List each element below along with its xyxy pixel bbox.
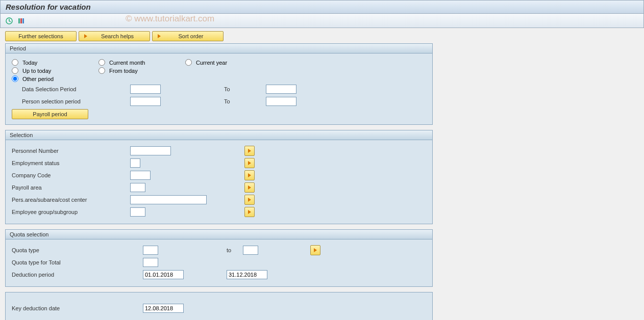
to-label-2: To [214,98,265,104]
quota-type-to-input[interactable] [243,246,258,255]
radio-from-today[interactable]: From today [98,67,185,74]
company-code-label: Company Code [12,172,129,178]
period-radio-row-1: Today Current month Current year [12,59,426,66]
radio-from-today-label: From today [109,68,138,74]
company-code-input[interactable] [130,171,151,180]
pers-area-row: Pers.area/subarea/cost center [12,194,426,205]
arrow-right-icon [158,34,161,38]
period-radio-row-3: Other period [12,75,426,82]
arrow-right-icon [248,173,251,177]
quota-type-total-input[interactable] [143,258,158,267]
radio-today-label: Today [22,60,37,66]
key-deduction-label: Key deduction date [12,305,142,311]
search-helps-label: Search helps [90,33,144,39]
quota-type-row: Quota type to [12,245,426,256]
deduction-to-input[interactable] [227,270,267,279]
key-deduction-row: Key deduction date [12,303,426,314]
person-selection-label: Person selection period [12,98,129,104]
key-deduction-group: Key deduction date [5,292,433,320]
selection-group: Selection Personnel Number Employment st… [5,130,433,224]
emp-group-row: Employee group/subgroup [12,206,426,218]
arrow-right-icon [248,149,251,153]
search-helps-button[interactable]: Search helps [79,31,150,41]
svg-rect-2 [20,18,22,23]
variant-icon[interactable] [17,16,26,25]
personnel-number-label: Personnel Number [12,148,129,154]
quota-type-total-label: Quota type for Total [12,259,142,265]
period-group: Period Today Current month Current year … [5,43,433,125]
multi-select-button[interactable] [244,195,255,205]
radio-other-period[interactable]: Other period [12,75,98,82]
further-selections-button[interactable]: Further selections [5,31,77,41]
payroll-area-row: Payroll area [12,182,426,193]
data-selection-row: Data Selection Period To [12,84,426,95]
arrow-right-icon [248,210,251,214]
radio-current-month[interactable]: Current month [98,59,185,66]
pers-area-input[interactable] [130,195,207,204]
svg-rect-3 [22,18,24,23]
quota-type-label: Quota type [12,247,142,253]
personnel-number-row: Personnel Number [12,145,426,156]
app-toolbar: © www.tutorialkart.com [0,14,644,28]
quota-group: Quota selection Quota type to Quota type… [5,229,433,287]
payroll-area-input[interactable] [130,183,145,192]
radio-current-year[interactable]: Current year [185,59,272,66]
person-selection-from-input[interactable] [130,97,161,106]
data-selection-from-input[interactable] [130,85,161,94]
arrow-right-icon [248,161,251,165]
pers-area-label: Pers.area/subarea/cost center [12,197,129,203]
arrow-right-icon [248,198,251,202]
deduction-period-row: Deduction period [12,269,426,280]
selection-title: Selection [6,130,432,140]
radio-up-to-today-label: Up to today [22,68,51,74]
quota-to-label: to [227,247,231,253]
page-title: Resolution for vacation [0,0,644,14]
radio-up-to-today[interactable]: Up to today [12,67,98,74]
employment-status-row: Employment status [12,157,426,169]
data-selection-label: Data Selection Period [12,86,129,92]
quota-type-total-row: Quota type for Total [12,257,426,268]
to-label: To [214,86,265,92]
company-code-row: Company Code [12,170,426,181]
arrow-right-icon [314,248,317,252]
emp-group-label: Employee group/subgroup [12,209,129,215]
payroll-area-label: Payroll area [12,184,129,191]
deduction-from-input[interactable] [143,270,184,279]
quota-title: Quota selection [6,230,432,239]
deduction-period-label: Deduction period [12,272,142,278]
sort-order-label: Sort order [164,33,218,39]
arrow-right-icon [84,34,87,38]
execute-icon[interactable] [5,16,14,25]
payroll-period-button[interactable]: Payroll period [12,109,88,119]
period-title: Period [6,44,432,54]
person-selection-row: Person selection period To [12,96,426,107]
multi-select-button[interactable] [244,146,255,156]
multi-select-button[interactable] [244,207,255,217]
arrow-right-icon [248,185,251,190]
multi-select-button[interactable] [244,182,255,193]
personnel-number-input[interactable] [130,146,171,155]
multi-select-button[interactable] [310,245,320,255]
sort-order-button[interactable]: Sort order [152,31,224,41]
radio-today[interactable]: Today [12,59,98,66]
svg-rect-1 [18,18,20,23]
multi-select-button[interactable] [244,158,255,168]
watermark: © www.tutorialkart.com [126,14,214,24]
period-radio-row-2: Up to today From today [12,67,426,74]
key-deduction-input[interactable] [143,304,184,313]
multi-select-button[interactable] [244,170,255,180]
person-selection-to-input[interactable] [266,97,296,106]
radio-current-year-label: Current year [196,60,227,66]
emp-group-input[interactable] [130,207,145,217]
employment-status-label: Employment status [12,160,129,166]
radio-other-period-label: Other period [22,76,54,82]
data-selection-to-input[interactable] [266,85,296,94]
quota-type-input[interactable] [143,246,158,255]
radio-current-month-label: Current month [109,60,145,66]
employment-status-input[interactable] [130,158,140,168]
selection-toolbar: Further selections Search helps Sort ord… [5,31,639,41]
